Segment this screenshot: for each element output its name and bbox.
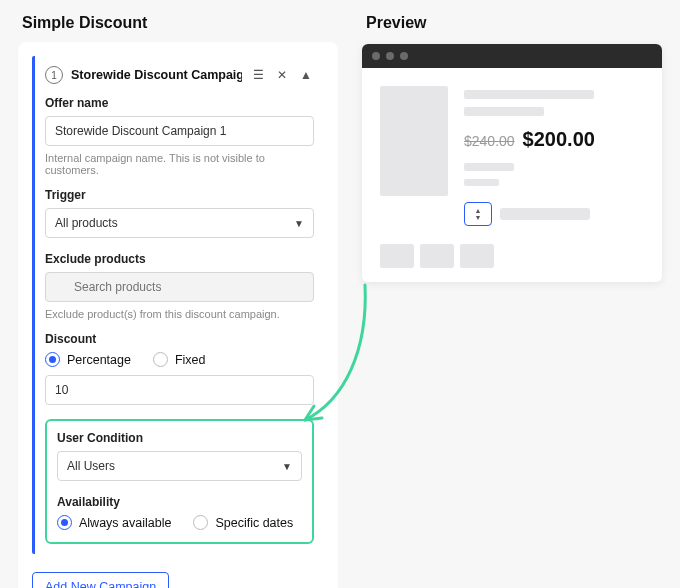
user-condition-select[interactable]: All Users ▼ bbox=[57, 451, 302, 481]
add-campaign-button[interactable]: Add New Campaign bbox=[32, 572, 169, 588]
thumbnail bbox=[460, 244, 494, 268]
discount-type-group: Percentage Fixed bbox=[45, 352, 314, 367]
offer-name-input[interactable] bbox=[45, 116, 314, 146]
traffic-light-icon bbox=[386, 52, 394, 60]
skeleton-line bbox=[464, 107, 544, 116]
campaign-block: 1 Storewide Discount Campaigr ☰ ✕ ▲ Offe… bbox=[32, 56, 324, 554]
preview-card: $240.00 $200.00 ▲ ▼ bbox=[362, 44, 662, 282]
campaign-header-title: Storewide Discount Campaigr bbox=[71, 68, 242, 82]
discount-percentage-label: Percentage bbox=[67, 353, 131, 367]
exclude-search-input[interactable] bbox=[45, 272, 314, 302]
discount-card: 1 Storewide Discount Campaigr ☰ ✕ ▲ Offe… bbox=[18, 42, 338, 588]
user-condition-label: User Condition bbox=[57, 431, 302, 445]
discount-fixed-radio[interactable]: Fixed bbox=[153, 352, 206, 367]
add-to-cart-placeholder bbox=[500, 208, 590, 220]
skeleton-line bbox=[464, 163, 514, 171]
discount-fixed-label: Fixed bbox=[175, 353, 206, 367]
campaign-header: 1 Storewide Discount Campaigr ☰ ✕ ▲ bbox=[45, 66, 314, 84]
availability-label: Availability bbox=[57, 495, 302, 509]
campaign-index: 1 bbox=[45, 66, 63, 84]
discount-value-input[interactable] bbox=[45, 375, 314, 405]
radio-icon bbox=[193, 515, 208, 530]
browser-bar bbox=[362, 44, 662, 68]
availability-always-radio[interactable]: Always available bbox=[57, 515, 171, 530]
radio-icon bbox=[57, 515, 72, 530]
thumbnail bbox=[420, 244, 454, 268]
discount-percentage-radio[interactable]: Percentage bbox=[45, 352, 131, 367]
availability-specific-radio[interactable]: Specific dates bbox=[193, 515, 293, 530]
chevron-down-icon: ▼ bbox=[475, 214, 482, 221]
thumbnail-row bbox=[362, 244, 662, 282]
radio-icon bbox=[45, 352, 60, 367]
exclude-helper: Exclude product(s) from this discount ca… bbox=[45, 308, 314, 320]
trigger-label: Trigger bbox=[45, 188, 314, 202]
preview-title: Preview bbox=[366, 14, 662, 32]
trigger-select[interactable]: All products ▼ bbox=[45, 208, 314, 238]
chevron-up-icon[interactable]: ▲ bbox=[298, 68, 314, 82]
availability-specific-label: Specific dates bbox=[215, 516, 293, 530]
chevron-down-icon: ▼ bbox=[294, 218, 304, 229]
new-price: $200.00 bbox=[523, 128, 595, 151]
close-icon[interactable]: ✕ bbox=[274, 68, 290, 82]
price-row: $240.00 $200.00 bbox=[464, 128, 644, 151]
radio-icon bbox=[153, 352, 168, 367]
thumbnail bbox=[380, 244, 414, 268]
chevron-up-icon: ▲ bbox=[475, 207, 482, 214]
old-price: $240.00 bbox=[464, 133, 515, 149]
simple-discount-title: Simple Discount bbox=[22, 14, 338, 32]
product-image-placeholder bbox=[380, 86, 448, 196]
highlight-box: User Condition All Users ▼ Availability … bbox=[45, 419, 314, 544]
trigger-value: All products bbox=[55, 216, 118, 230]
traffic-light-icon bbox=[372, 52, 380, 60]
availability-always-label: Always available bbox=[79, 516, 171, 530]
traffic-light-icon bbox=[400, 52, 408, 60]
user-condition-value: All Users bbox=[67, 459, 115, 473]
exclude-label: Exclude products bbox=[45, 252, 314, 266]
chevron-down-icon: ▼ bbox=[282, 461, 292, 472]
availability-group: Always available Specific dates bbox=[57, 515, 302, 530]
quantity-stepper[interactable]: ▲ ▼ bbox=[464, 202, 492, 226]
offer-name-label: Offer name bbox=[45, 96, 314, 110]
discount-label: Discount bbox=[45, 332, 314, 346]
skeleton-line bbox=[464, 179, 499, 186]
menu-icon[interactable]: ☰ bbox=[250, 68, 266, 82]
offer-name-helper: Internal campaign name. This is not visi… bbox=[45, 152, 314, 176]
skeleton-line bbox=[464, 90, 594, 99]
